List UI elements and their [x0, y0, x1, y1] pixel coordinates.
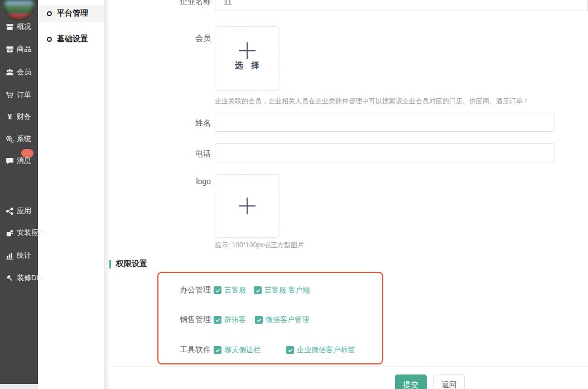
apps-icon	[6, 207, 14, 215]
main-sidebar: 概况 商品 会员 订单 ¥ 财务 系统 消息 ...	[0, 0, 38, 384]
checkbox-checked-icon	[286, 346, 294, 354]
checkbox-chat-sidebar[interactable]: 聊天侧边栏	[214, 345, 261, 355]
name-input[interactable]	[215, 113, 555, 132]
checkbox-checked-icon	[254, 286, 262, 294]
phone-input[interactable]	[215, 143, 555, 162]
submenu-item-basic-settings[interactable]: 基础设置	[38, 31, 104, 47]
enterprise-edit-form: 企业名称 会员 选 择 企业关联的会员，企业相关人员在企业类插件管理中可以搜索该…	[109, 0, 588, 389]
sidebar-item-label: 安装应用	[17, 228, 46, 238]
logo-label: logo	[144, 176, 211, 187]
sidebar-item-system[interactable]: 系统	[0, 133, 38, 145]
orders-icon	[6, 91, 14, 99]
checkbox-checked-icon	[214, 346, 221, 354]
sidebar-item-decorate-diy[interactable]: 装修DIY	[0, 272, 38, 284]
sidebar-item-label: 商品	[17, 44, 31, 54]
section-accent-bar	[109, 260, 111, 268]
sidebar-item-messages[interactable]: 消息 ...	[0, 155, 38, 166]
member-label: 会员	[144, 32, 211, 44]
sidebar-item-statistics[interactable]: 统计	[0, 250, 38, 261]
sidebar-item-members[interactable]: 会员	[0, 66, 38, 78]
statistics-icon	[6, 252, 14, 260]
sidebar-item-label: 装修DIY	[17, 273, 44, 283]
permissions-section-title: 权限设置	[109, 259, 147, 269]
sidebar-item-finance[interactable]: ¥ 财务	[0, 111, 38, 122]
sidebar-item-orders[interactable]: 订单	[0, 89, 38, 100]
goods-icon	[6, 45, 14, 54]
decorate-diy-icon	[6, 274, 14, 282]
finance-icon: ¥	[6, 113, 14, 121]
company-name-label: 企业名称	[144, 0, 211, 7]
sidebar-item-overview[interactable]: 概况	[0, 21, 38, 32]
submenu-item-label: 基础设置	[57, 34, 88, 44]
sidebar-item-label: 订单	[17, 90, 31, 100]
message-icon	[6, 157, 14, 165]
sidebar-item-label: 概况	[17, 22, 31, 32]
checkbox-wecom-customer-tags[interactable]: 企业微信客户标签	[286, 345, 355, 355]
submenu-item-label: 平台管理	[57, 8, 88, 18]
radio-circle-icon	[47, 11, 52, 16]
checkbox-wechat-customer-management[interactable]: 微信客户管理	[255, 315, 309, 325]
sidebar-item-label: 会员	[17, 67, 31, 77]
member-upload-label: 选 择	[215, 60, 279, 71]
plus-icon	[239, 42, 256, 59]
permission-group-sales: 销售管理 群拓客 微信客户管理	[109, 315, 309, 325]
sidebar-item-label: 应用	[17, 206, 31, 216]
install-apps-icon	[6, 229, 14, 237]
sidebar-item-label: 系统	[17, 134, 31, 144]
permission-group-label: 工具软件	[109, 345, 211, 355]
plus-icon	[239, 198, 256, 214]
permission-group-label: 销售管理	[109, 315, 211, 325]
permission-group-tools: 工具软件 聊天侧边栏 企业微信客户标签	[109, 345, 355, 355]
company-name-input[interactable]	[215, 0, 588, 11]
overview-icon	[6, 23, 14, 31]
sidebar-item-label: 财务	[17, 112, 31, 122]
sidebar-item-apps[interactable]: 应用	[0, 205, 38, 217]
submenu-item-platform-management[interactable]: 平台管理	[38, 5, 104, 22]
members-icon	[6, 68, 14, 76]
name-label: 姓名	[144, 117, 211, 128]
checkbox-checked-icon	[214, 286, 221, 294]
message-badge: ...	[21, 149, 33, 157]
checkbox-yunkefu[interactable]: 芸客服	[214, 285, 246, 295]
checkbox-quntuoke[interactable]: 群拓客	[214, 315, 246, 325]
system-icon	[6, 135, 14, 143]
logo-upload-box[interactable]	[215, 174, 279, 238]
checkbox-checked-icon	[214, 316, 221, 324]
radio-circle-icon	[47, 37, 52, 42]
logo-hint-text: 提示: 100*100px或正方型图片	[215, 241, 304, 250]
content-scrollbar[interactable]	[104, 0, 109, 389]
phone-label: 电话	[144, 148, 211, 159]
member-upload-box[interactable]: 选 择	[215, 26, 279, 91]
sub-sidebar: 平台管理 基础设置	[38, 0, 104, 389]
checkbox-yunkefu-client[interactable]: 芸客服 客户端	[254, 285, 310, 295]
submit-button[interactable]: 提交	[395, 374, 427, 389]
back-button[interactable]: 返回	[433, 374, 465, 389]
sidebar-item-label: 统计	[17, 251, 31, 261]
permission-group-office: 办公管理 芸客服 芸客服 客户端	[109, 285, 310, 295]
member-help-text: 企业关联的会员，企业相关人员在企业类插件管理中可以搜索该企业会员对应的门店、供应…	[215, 97, 529, 106]
permission-group-label: 办公管理	[109, 285, 211, 295]
avatar[interactable]	[3, 0, 35, 21]
checkbox-checked-icon	[255, 316, 263, 324]
sidebar-item-goods[interactable]: 商品	[0, 44, 38, 55]
footer-divider	[109, 366, 588, 367]
sidebar-item-install-apps[interactable]: 安装应用	[0, 227, 38, 238]
